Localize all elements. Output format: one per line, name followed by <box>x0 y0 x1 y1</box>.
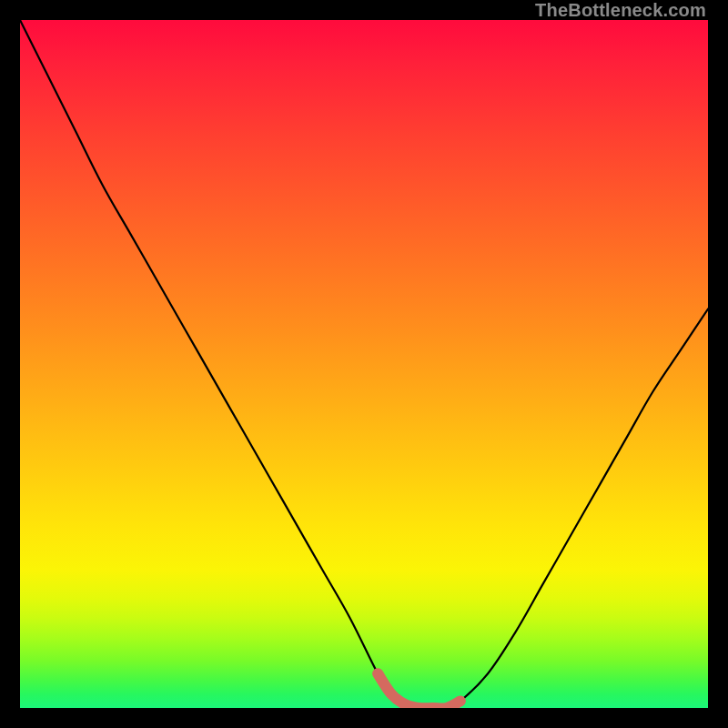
chart-svg <box>20 20 708 708</box>
bottleneck-curve <box>20 20 708 708</box>
chart-frame: TheBottleneck.com <box>0 0 728 728</box>
bottleneck-min-segment <box>378 673 460 708</box>
plot-area <box>20 20 708 708</box>
watermark-text: TheBottleneck.com <box>535 0 706 21</box>
